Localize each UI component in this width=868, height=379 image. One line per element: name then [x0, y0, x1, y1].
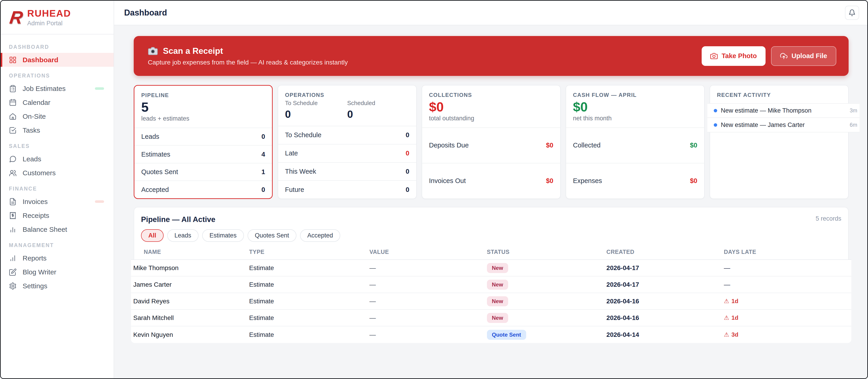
sidebar-item-label: Customers: [23, 169, 56, 177]
sidebar-item-label: Tasks: [23, 127, 40, 134]
nav-section-operations: OPERATIONS: [1, 73, 114, 79]
activity-dot-icon: [714, 109, 717, 112]
pipeline-table-card: Pipeline — All Active 5 records All Lead…: [134, 207, 848, 338]
stat-row: Leads0: [134, 128, 272, 145]
card-label: OPERATIONS: [285, 92, 409, 98]
table-row[interactable]: James Carter Estimate — New 2026-04-17 —: [131, 276, 851, 293]
sidebar-item-label: Balance Sheet: [23, 226, 67, 233]
sidebar-item-balance-sheet[interactable]: Balance Sheet: [1, 222, 114, 236]
activity-item[interactable]: New estimate — James Carter 6m: [707, 118, 860, 132]
stat-row: Quotes Sent1: [134, 163, 272, 181]
stat-row: Expenses$0: [566, 163, 704, 199]
collections-total: $0: [429, 100, 553, 114]
top-header: Dashboard: [114, 1, 867, 25]
dashboard-grid-icon: [9, 56, 17, 64]
check-square-icon: [9, 127, 17, 134]
ministat: Scheduled 0: [347, 100, 410, 120]
chip-all[interactable]: All: [141, 229, 164, 242]
nav-section-finance: FINANCE: [1, 186, 114, 192]
take-photo-label: Take Photo: [722, 52, 757, 60]
sidebar-item-tasks[interactable]: Tasks: [1, 123, 114, 137]
col-status: STATUS: [487, 249, 607, 255]
upload-file-label: Upload File: [792, 52, 827, 60]
receipt-icon: [9, 212, 17, 219]
sidebar-item-label: Calendar: [23, 99, 51, 106]
page-title: Dashboard: [124, 8, 167, 18]
status-badge: New: [487, 263, 508, 273]
card-sublabel: leads + estimates: [141, 115, 265, 122]
operations-card[interactable]: OPERATIONS To Schedule 0 Scheduled 0: [278, 85, 417, 199]
nav-section-dashboard: DASHBOARD: [1, 44, 114, 50]
bar-chart-icon: [9, 226, 17, 233]
chat-bubble-icon: [9, 155, 17, 163]
sidebar-item-label: Settings: [23, 282, 47, 290]
clipboard-icon: [9, 85, 17, 93]
chip-accepted[interactable]: Accepted: [300, 229, 340, 242]
table-row[interactable]: Kevin Nguyen Estimate — Quote Sent 2026-…: [131, 326, 851, 343]
cashflow-card[interactable]: CASH FLOW — APRIL $0 net this month Coll…: [566, 85, 705, 199]
sidebar-item-reports[interactable]: Reports: [1, 251, 114, 265]
sidebar: R RUHEAD Admin Portal DASHBOARD Dashboar…: [1, 1, 114, 378]
table-row[interactable]: Sarah Mitchell Estimate — New 2026-04-16…: [131, 310, 851, 326]
ministat: To Schedule 0: [285, 100, 347, 120]
collections-card[interactable]: COLLECTIONS $0 total outstanding Deposit…: [422, 85, 561, 199]
activity-time: 3m: [850, 107, 857, 114]
pipeline-table: NAME TYPE VALUE STATUS CREATED DAYS LATE…: [131, 249, 851, 343]
pipeline-total: 5: [141, 100, 265, 114]
stat-cards-row: PIPELINE 5 leads + estimates Leads0 Esti…: [134, 85, 848, 199]
brand: R RUHEAD Admin Portal: [1, 1, 114, 34]
sidebar-item-label: Job Estimates: [23, 85, 65, 93]
brand-name: RUHEAD: [27, 8, 71, 19]
brand-logo-icon: R: [9, 8, 23, 26]
card-label: COLLECTIONS: [429, 92, 553, 98]
col-name: NAME: [131, 249, 249, 255]
warning-icon: ⚠: [724, 298, 729, 305]
recent-activity-card: RECENT ACTIVITY New estimate — Mike Thom…: [710, 85, 848, 199]
sidebar-item-dashboard[interactable]: Dashboard: [1, 53, 114, 67]
activity-dot-icon: [714, 123, 717, 127]
upload-file-button[interactable]: Upload File: [771, 46, 836, 66]
chip-leads[interactable]: Leads: [167, 229, 199, 242]
camera-icon: [710, 53, 718, 60]
sidebar-item-label: Receipts: [23, 212, 49, 219]
take-photo-button[interactable]: Take Photo: [702, 46, 766, 66]
banner-subtitle: Capture job expenses from the field — AI…: [148, 59, 348, 66]
notifications-button[interactable]: [845, 6, 859, 20]
nav-section-sales: SALES: [1, 143, 114, 149]
filter-chips: All Leads Estimates Quotes Sent Accepted: [141, 229, 841, 242]
sidebar-item-on-site[interactable]: On-Site: [1, 109, 114, 123]
col-type: TYPE: [249, 249, 369, 255]
bell-icon: [848, 9, 856, 16]
sidebar-item-calendar[interactable]: Calendar: [1, 96, 114, 109]
table-row[interactable]: Mike Thompson Estimate — New 2026-04-17 …: [131, 260, 851, 276]
sidebar-item-job-estimates[interactable]: Job Estimates: [1, 81, 114, 96]
table-row[interactable]: David Reyes Estimate — New 2026-04-16 ⚠1…: [131, 293, 851, 310]
card-label: RECENT ACTIVITY: [717, 92, 841, 98]
sidebar-item-customers[interactable]: Customers: [1, 166, 114, 180]
sidebar-item-blog-writer[interactable]: Blog Writer: [1, 265, 114, 279]
sidebar-item-settings[interactable]: Settings: [1, 279, 114, 293]
users-icon: [9, 169, 17, 177]
pen-square-icon: [9, 268, 17, 276]
main-content: Scan a Receipt Capture job expenses from…: [114, 25, 867, 378]
col-days-late: DAYS LATE: [724, 249, 851, 255]
camera-emoji-icon: [148, 46, 158, 56]
sidebar-item-leads[interactable]: Leads: [1, 152, 114, 166]
app-window: R RUHEAD Admin Portal DASHBOARD Dashboar…: [0, 0, 868, 379]
stat-row: To Schedule0: [278, 126, 416, 144]
status-badge: New: [487, 280, 508, 290]
activity-time: 6m: [850, 122, 857, 128]
upload-cloud-icon: [780, 53, 787, 60]
sidebar-item-label: On-Site: [23, 112, 46, 120]
records-count: 5 records: [815, 215, 841, 222]
sidebar-item-receipts[interactable]: Receipts: [1, 209, 114, 222]
sidebar-item-invoices[interactable]: Invoices: [1, 195, 114, 209]
stat-row: This Week0: [278, 162, 416, 180]
col-created: CREATED: [607, 249, 724, 255]
chip-estimates[interactable]: Estimates: [202, 229, 244, 242]
pipeline-card[interactable]: PIPELINE 5 leads + estimates Leads0 Esti…: [134, 85, 273, 199]
sidebar-item-label: Reports: [23, 254, 46, 262]
invoices-badge: [95, 200, 104, 203]
activity-item[interactable]: New estimate — Mike Thompson 3m: [707, 103, 860, 118]
chip-quotes-sent[interactable]: Quotes Sent: [248, 229, 297, 242]
